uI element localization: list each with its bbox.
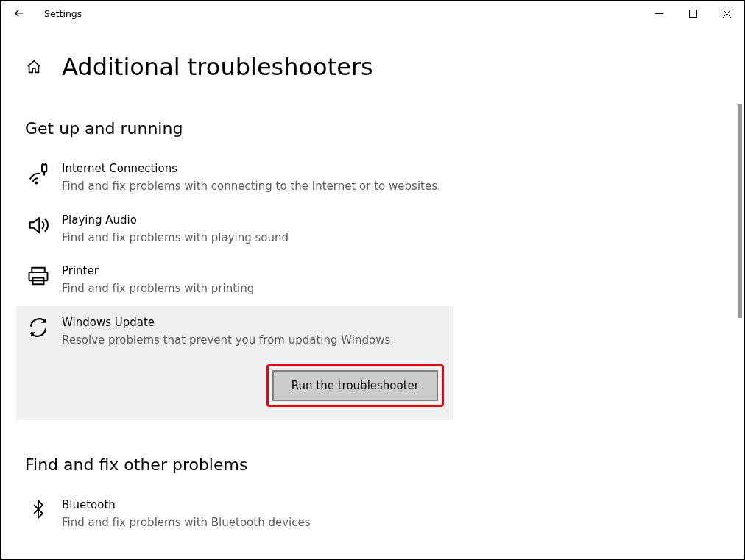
troubleshooter-name: Playing Audio xyxy=(62,213,444,228)
troubleshooter-desc: Find and fix problems with playing sound xyxy=(62,230,444,247)
troubleshooter-list-other: Bluetooth Find and fix problems with Blu… xyxy=(16,489,453,540)
svg-rect-10 xyxy=(29,272,48,280)
page-header: Additional troubleshooters xyxy=(1,53,744,81)
close-button[interactable] xyxy=(710,1,744,25)
highlight-box: Run the troubleshooter xyxy=(266,364,444,407)
content-area: Get up and running Internet Connections … xyxy=(3,104,742,557)
troubleshooter-desc: Resolve problems that prevent you from u… xyxy=(62,332,444,349)
bluetooth-icon xyxy=(25,499,52,531)
window-controls xyxy=(642,1,744,25)
maximize-button[interactable] xyxy=(676,1,710,25)
printer-icon xyxy=(25,265,52,297)
run-troubleshooter-button[interactable]: Run the troubleshooter xyxy=(272,370,438,401)
troubleshooter-desc: Find and fix problems with connecting to… xyxy=(62,178,444,195)
section-title-running: Get up and running xyxy=(25,119,742,138)
page-title: Additional troubleshooters xyxy=(62,53,373,81)
title-bar: Settings xyxy=(1,1,744,25)
troubleshooter-desc: Find and fix problems with Bluetooth dev… xyxy=(62,514,444,531)
home-icon[interactable] xyxy=(24,57,44,77)
troubleshooter-bluetooth[interactable]: Bluetooth Find and fix problems with Blu… xyxy=(16,489,453,540)
audio-icon xyxy=(25,214,52,247)
troubleshooter-desc: Find and fix problems with printing xyxy=(62,280,444,297)
troubleshooter-name: Bluetooth xyxy=(62,497,444,513)
window-title: Settings xyxy=(44,8,82,19)
troubleshooter-name: Printer xyxy=(62,263,444,279)
troubleshooter-list: Internet Connections Find and fix proble… xyxy=(16,152,453,420)
troubleshooter-internet-connections[interactable]: Internet Connections Find and fix proble… xyxy=(16,152,453,204)
scrollbar[interactable] xyxy=(738,104,742,318)
troubleshooter-name: Windows Update xyxy=(62,315,444,330)
section-title-other: Find and fix other problems xyxy=(25,456,742,474)
troubleshooter-printer[interactable]: Printer Find and fix problems with print… xyxy=(16,255,453,306)
troubleshooter-windows-update[interactable]: Windows Update Resolve problems that pre… xyxy=(16,306,453,421)
back-button[interactable] xyxy=(4,1,34,25)
troubleshooter-name: Internet Connections xyxy=(62,161,444,177)
svg-point-4 xyxy=(36,182,38,184)
minimize-button[interactable] xyxy=(642,1,676,25)
update-icon xyxy=(25,316,52,339)
troubleshooter-playing-audio[interactable]: Playing Audio Find and fix problems with… xyxy=(16,204,453,255)
svg-rect-5 xyxy=(42,165,46,172)
svg-rect-1 xyxy=(689,10,696,17)
internet-icon xyxy=(25,163,52,195)
